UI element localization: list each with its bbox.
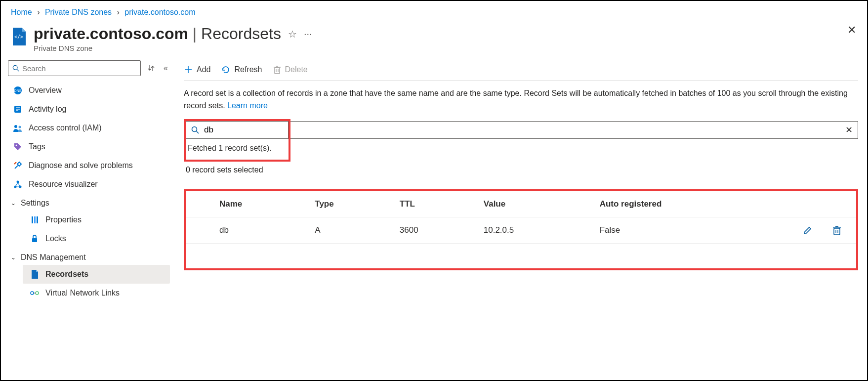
- globe-icon: DNS: [13, 85, 23, 95]
- col-value[interactable]: Value: [478, 191, 594, 217]
- page-title: private.contoso.com | Recordsets: [34, 25, 281, 43]
- svg-rect-15: [32, 216, 33, 223]
- sidebar-item-label: Activity log: [29, 105, 66, 114]
- svg-point-1: [13, 65, 17, 70]
- graph-icon: [13, 179, 23, 189]
- cell-value: 10.2.0.5: [478, 217, 594, 243]
- svg-text:</>: </>: [14, 34, 23, 40]
- clear-search-icon[interactable]: ✕: [845, 125, 853, 135]
- search-icon: [12, 65, 19, 72]
- sidebar-item-vnet-links[interactable]: Virtual Network Links: [23, 284, 170, 302]
- sidebar-item-label: Recordsets: [45, 270, 88, 279]
- svg-rect-18: [32, 238, 37, 242]
- col-type[interactable]: Type: [309, 191, 394, 217]
- refresh-label: Refresh: [234, 65, 262, 74]
- cell-name: db: [213, 217, 309, 243]
- delete-label: Delete: [285, 65, 308, 74]
- svg-rect-24: [275, 68, 280, 74]
- delete-row-button[interactable]: [827, 217, 856, 243]
- sidebar-group-label: Settings: [21, 199, 49, 208]
- svg-rect-31: [834, 228, 840, 235]
- recordset-search-row: Fetched 1 record set(s). ✕: [184, 119, 858, 165]
- more-menu-icon[interactable]: ···: [304, 28, 312, 40]
- col-ttl[interactable]: TTL: [394, 191, 478, 217]
- sidebar-item-label: Diagnose and solve problems: [29, 161, 133, 170]
- sidebar-item-activity-log[interactable]: Activity log: [8, 100, 170, 119]
- cell-type: A: [309, 217, 394, 243]
- toolbar: Add Refresh Delete: [184, 60, 858, 81]
- plus-icon: [184, 65, 193, 74]
- lock-icon: [30, 234, 40, 244]
- col-auto[interactable]: Auto registered: [594, 191, 797, 217]
- svg-point-29: [192, 127, 197, 131]
- sidebar-group-settings[interactable]: ⌄ Settings: [8, 194, 170, 211]
- svg-line-2: [17, 69, 19, 71]
- svg-rect-17: [37, 216, 38, 223]
- sidebar-item-locks[interactable]: Locks: [23, 229, 170, 248]
- trash-icon: [273, 65, 281, 74]
- sidebar-item-label: Access control (IAM): [29, 124, 102, 132]
- svg-point-14: [19, 186, 22, 188]
- sidebar-item-label: Virtual Network Links: [45, 289, 120, 297]
- refresh-button[interactable]: Refresh: [221, 65, 262, 74]
- sort-icon[interactable]: [146, 62, 157, 74]
- breadcrumb: Home › Private DNS zones › private.conto…: [1, 1, 867, 22]
- dns-zone-icon: </>: [11, 27, 27, 46]
- sidebar-search[interactable]: [8, 60, 141, 76]
- breadcrumb-current[interactable]: private.contoso.com: [124, 8, 195, 16]
- recordset-search[interactable]: [186, 121, 289, 139]
- search-icon: [191, 126, 199, 134]
- svg-point-12: [17, 181, 19, 183]
- sidebar-item-properties[interactable]: Properties: [23, 211, 170, 229]
- recordset-search-input[interactable]: [204, 125, 283, 135]
- close-icon[interactable]: ✕: [847, 24, 856, 37]
- selected-count: 0 record sets selected: [184, 165, 858, 174]
- svg-point-13: [14, 186, 17, 188]
- description-text: A record set is a collection of records …: [184, 81, 858, 119]
- table-header-row: Name Type TTL Value Auto registered: [186, 191, 856, 217]
- sidebar-item-label: Overview: [29, 86, 62, 95]
- svg-point-11: [16, 145, 17, 146]
- learn-more-link[interactable]: Learn more: [227, 101, 268, 110]
- breadcrumb-sep: ›: [37, 8, 40, 16]
- sidebar-item-access-control[interactable]: Access control (IAM): [8, 119, 170, 137]
- recordsets-table-wrap: Name Type TTL Value Auto registered db A: [184, 189, 858, 270]
- svg-rect-16: [34, 216, 36, 223]
- edit-row-button[interactable]: [797, 217, 827, 243]
- svg-point-10: [19, 126, 21, 128]
- page-header: </> private.contoso.com | Recordsets ☆ ·…: [1, 22, 867, 60]
- breadcrumb-zones[interactable]: Private DNS zones: [45, 8, 112, 16]
- svg-text:DNS: DNS: [14, 89, 22, 92]
- people-icon: [13, 123, 23, 133]
- collapse-icon[interactable]: «: [162, 62, 170, 75]
- sidebar: « DNS Overview Activity log Access contr…: [1, 60, 175, 377]
- resource-subtitle: Private DNS zone: [34, 44, 312, 52]
- sidebar-item-recordsets[interactable]: Recordsets: [23, 265, 170, 284]
- cell-ttl: 3600: [394, 217, 478, 243]
- sidebar-search-input[interactable]: [22, 64, 136, 73]
- add-label: Add: [197, 65, 210, 74]
- chevron-down-icon: ⌄: [11, 200, 16, 207]
- col-name[interactable]: Name: [213, 191, 309, 217]
- wrench-icon: [13, 161, 23, 170]
- add-button[interactable]: Add: [184, 65, 210, 74]
- breadcrumb-home[interactable]: Home: [11, 8, 32, 16]
- searchbox-extension: ✕: [290, 121, 858, 139]
- sidebar-group-dns[interactable]: ⌄ DNS Management: [8, 248, 170, 265]
- table-row[interactable]: db A 3600 10.2.0.5 False: [186, 217, 856, 243]
- svg-line-30: [197, 131, 199, 133]
- svg-point-9: [14, 125, 17, 128]
- sidebar-item-tags[interactable]: Tags: [8, 137, 170, 156]
- recordsets-icon: [30, 269, 40, 279]
- sidebar-item-diagnose[interactable]: Diagnose and solve problems: [8, 156, 170, 175]
- breadcrumb-sep: ›: [117, 8, 120, 16]
- svg-point-19: [31, 292, 34, 295]
- sidebar-item-resource-visualizer[interactable]: Resource visualizer: [8, 175, 170, 194]
- recordsets-table: Name Type TTL Value Auto registered db A: [186, 191, 856, 244]
- properties-icon: [30, 215, 40, 225]
- cell-auto: False: [594, 217, 797, 243]
- sidebar-item-label: Properties: [45, 215, 82, 224]
- favorite-star-icon[interactable]: ☆: [288, 28, 297, 40]
- sidebar-item-overview[interactable]: DNS Overview: [8, 81, 170, 100]
- refresh-icon: [221, 65, 230, 74]
